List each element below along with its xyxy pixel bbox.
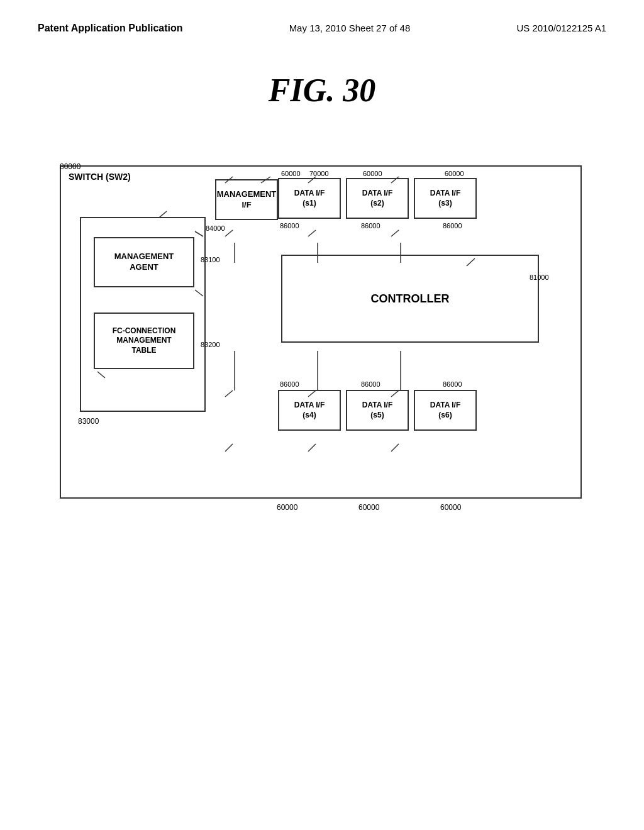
mgmt-agent-ref: 83100 [201, 256, 220, 263]
mgmt-if-box: MANAGEMENTI/F [215, 179, 278, 220]
ref-86000-t2: 86000 [361, 222, 380, 230]
figure-title: FIG. 30 [0, 72, 644, 109]
data-if-top-1-label: DATA I/F(s1) [294, 189, 325, 208]
data-if-top-2-label: DATA I/F(s2) [362, 189, 392, 208]
ref-60000-t2: 60000 [363, 170, 382, 177]
data-if-bottom-1-label: DATA I/F(s4) [294, 401, 325, 420]
mgmt-if-label: MANAGEMENTI/F [217, 189, 277, 211]
data-if-top-2: DATA I/F(s2) [346, 178, 409, 219]
data-if-top-1: DATA I/F(s1) [278, 178, 341, 219]
data-if-top-row: DATA I/F(s1) DATA I/F(s2) DATA I/F(s3) [278, 178, 477, 219]
switch-ref: 80000 [60, 162, 80, 171]
mgmt-agent-box: MANAGEMENTAGENT [94, 237, 194, 287]
data-if-top-3-label: DATA I/F(s3) [430, 189, 460, 208]
ref-86000-b1: 86000 [280, 380, 299, 388]
header-center: May 13, 2010 Sheet 27 of 48 [289, 23, 411, 33]
switch-box: SWITCH (SW2) MANAGEMENTAGENT 83100 FC-CO… [60, 165, 582, 499]
header-right: US 2010/0122125 A1 [516, 23, 606, 33]
data-if-bottom-row: DATA I/F(s4) DATA I/F(s5) DATA I/F(s6) [278, 390, 477, 431]
ref-60000-b3: 60000 [440, 503, 461, 512]
data-if-bottom-3: DATA I/F(s6) [414, 390, 477, 431]
ref-60000-t3: 60000 [445, 170, 464, 177]
fc-conn-box: FC-CONNECTIONMANAGEMENTTABLE [94, 313, 194, 369]
controller-box: CONTROLLER [281, 255, 539, 343]
inner-left-box: MANAGEMENTAGENT 83100 FC-CONNECTIONMANAG… [80, 217, 206, 412]
ref-86000-t1: 86000 [280, 222, 299, 230]
ref-70000: 70000 [309, 170, 329, 177]
controller-ref: 81000 [530, 274, 549, 281]
switch-label: SWITCH (SW2) [69, 172, 131, 182]
ref-86000-b2: 86000 [361, 380, 380, 388]
ref-86000-t3: 86000 [443, 222, 462, 230]
data-if-bottom-2-label: DATA I/F(s5) [362, 401, 392, 420]
data-if-top-3: DATA I/F(s3) [414, 178, 477, 219]
fc-conn-label: FC-CONNECTIONMANAGEMENTTABLE [113, 326, 176, 356]
diagram-area: SWITCH (SW2) MANAGEMENTAGENT 83100 FC-CO… [0, 128, 644, 599]
data-if-bottom-3-label: DATA I/F(s6) [430, 401, 460, 420]
inner-left-ref: 83000 [78, 417, 99, 426]
mgmt-if-ref: 84000 [206, 224, 225, 232]
mgmt-agent-label: MANAGEMENTAGENT [114, 252, 174, 273]
controller-label: CONTROLLER [371, 292, 450, 306]
ref-86000-b3: 86000 [443, 380, 462, 388]
data-if-bottom-2: DATA I/F(s5) [346, 390, 409, 431]
fc-conn-ref: 83200 [201, 341, 220, 348]
header-left: Patent Application Publication [38, 23, 183, 34]
ref-60000-b1: 60000 [277, 503, 297, 512]
data-if-bottom-1: DATA I/F(s4) [278, 390, 341, 431]
ref-60000-b2: 60000 [358, 503, 379, 512]
ref-60000-t1: 60000 [281, 170, 301, 177]
